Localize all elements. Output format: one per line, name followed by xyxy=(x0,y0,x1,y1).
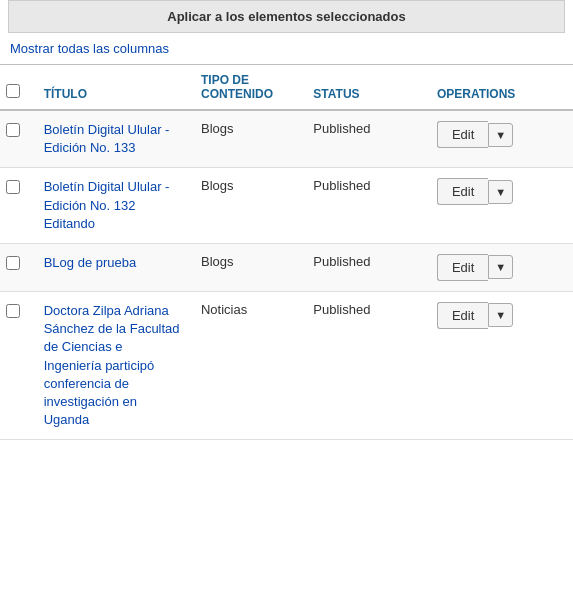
row-title-link[interactable]: Doctora Zilpa Adriana Sánchez de la Facu… xyxy=(44,303,180,427)
row-checkbox-cell xyxy=(0,243,34,291)
row-operations-cell: Edit ▼ xyxy=(427,243,573,291)
row-title-cell: Doctora Zilpa Adriana Sánchez de la Facu… xyxy=(34,291,191,439)
show-columns-container: Mostrar todas las columnas xyxy=(0,33,573,64)
row-title-link[interactable]: BLog de prueba xyxy=(44,255,137,270)
status-badge: Published xyxy=(313,254,370,269)
select-all-checkbox[interactable] xyxy=(6,84,20,98)
table-row: Boletín Digital Ulular - Edición No. 132… xyxy=(0,168,573,244)
status-badge: Published xyxy=(313,302,370,317)
edit-button[interactable]: Edit xyxy=(437,178,488,205)
table-row: BLog de prueba Blogs Published Edit ▼ xyxy=(0,243,573,291)
edit-button-group: Edit ▼ xyxy=(437,178,563,205)
row-status-cell: Published xyxy=(303,291,427,439)
header-titulo: Título xyxy=(34,65,191,111)
apply-bar-label: Aplicar a los elementos seleccionados xyxy=(167,9,405,24)
status-badge: Published xyxy=(313,121,370,136)
row-tipo-cell: Blogs xyxy=(191,243,303,291)
row-operations-cell: Edit ▼ xyxy=(427,291,573,439)
table-header-row: Título Tipo de Contenido Status Operatio… xyxy=(0,65,573,111)
edit-button[interactable]: Edit xyxy=(437,302,488,329)
row-checkbox[interactable] xyxy=(6,304,20,318)
row-title-cell: BLog de prueba xyxy=(34,243,191,291)
edit-button[interactable]: Edit xyxy=(437,121,488,148)
header-tipo: Tipo de Contenido xyxy=(191,65,303,111)
status-badge: Published xyxy=(313,178,370,193)
edit-button-group: Edit ▼ xyxy=(437,121,563,148)
row-title-link[interactable]: Boletín Digital Ulular - Edición No. 133 xyxy=(44,122,170,155)
row-tipo-cell: Noticias xyxy=(191,291,303,439)
edit-dropdown-button[interactable]: ▼ xyxy=(488,180,513,204)
row-tipo-cell: Blogs xyxy=(191,168,303,244)
row-operations-cell: Edit ▼ xyxy=(427,168,573,244)
content-table: Título Tipo de Contenido Status Operatio… xyxy=(0,64,573,440)
row-tipo-cell: Blogs xyxy=(191,110,303,168)
edit-button-group: Edit ▼ xyxy=(437,254,563,281)
header-check xyxy=(0,65,34,111)
edit-dropdown-button[interactable]: ▼ xyxy=(488,303,513,327)
row-status-cell: Published xyxy=(303,168,427,244)
row-title-cell: Boletín Digital Ulular - Edición No. 133 xyxy=(34,110,191,168)
show-columns-link[interactable]: Mostrar todas las columnas xyxy=(10,41,169,56)
row-checkbox-cell xyxy=(0,291,34,439)
row-status-cell: Published xyxy=(303,110,427,168)
header-status: Status xyxy=(303,65,427,111)
row-tipo-value: Blogs xyxy=(201,121,234,136)
row-tipo-value: Blogs xyxy=(201,254,234,269)
apply-bar: Aplicar a los elementos seleccionados xyxy=(0,0,573,33)
row-checkbox-cell xyxy=(0,168,34,244)
row-checkbox[interactable] xyxy=(6,180,20,194)
edit-button-group: Edit ▼ xyxy=(437,302,563,329)
row-status-cell: Published xyxy=(303,243,427,291)
edit-dropdown-button[interactable]: ▼ xyxy=(488,123,513,147)
row-operations-cell: Edit ▼ xyxy=(427,110,573,168)
row-checkbox-cell xyxy=(0,110,34,168)
edit-button[interactable]: Edit xyxy=(437,254,488,281)
row-title-link[interactable]: Boletín Digital Ulular - Edición No. 132… xyxy=(44,179,170,230)
header-operations: Operations xyxy=(427,65,573,111)
table-row: Doctora Zilpa Adriana Sánchez de la Facu… xyxy=(0,291,573,439)
row-title-cell: Boletín Digital Ulular - Edición No. 132… xyxy=(34,168,191,244)
row-tipo-value: Noticias xyxy=(201,302,247,317)
row-checkbox[interactable] xyxy=(6,123,20,137)
table-row: Boletín Digital Ulular - Edición No. 133… xyxy=(0,110,573,168)
row-tipo-value: Blogs xyxy=(201,178,234,193)
row-checkbox[interactable] xyxy=(6,256,20,270)
edit-dropdown-button[interactable]: ▼ xyxy=(488,255,513,279)
